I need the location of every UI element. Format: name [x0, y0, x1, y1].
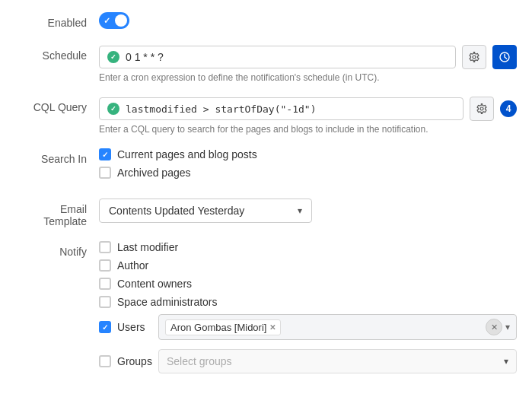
enabled-label: Enabled [15, 12, 99, 29]
notify-author-label: Author [117, 259, 148, 272]
schedule-content: 0 1 * * ? Enter a cron expression to def… [99, 45, 517, 83]
users-tag-input[interactable]: Aron Gombas [Midori] ✕ ✕ ▾ [158, 314, 517, 340]
schedule-input[interactable]: 0 1 * * ? [99, 46, 456, 68]
search-in-label: Search In [15, 148, 99, 165]
notify-groups-checkbox[interactable] [99, 355, 111, 367]
cql-gear-button[interactable] [470, 97, 494, 121]
email-template-selected: Contents Updated Yesterday [109, 205, 244, 217]
cql-value: lastmodified > startOfDay("-1d") [126, 103, 316, 115]
schedule-valid-icon [107, 51, 119, 63]
user-tag: Aron Gombas [Midori] ✕ [165, 319, 281, 335]
email-template-label: Email Template [15, 199, 99, 227]
schedule-value: 0 1 * * ? [126, 51, 164, 63]
cql-valid-icon [107, 103, 119, 115]
user-tag-close-icon[interactable]: ✕ [269, 323, 276, 332]
notify-last-modifier-label: Last modifier [117, 241, 178, 253]
cql-hint: Enter a CQL query to search for the page… [99, 124, 517, 135]
schedule-row: Schedule 0 1 * * ? Enter a cron expressi… [15, 45, 517, 83]
schedule-gear-button[interactable] [462, 45, 486, 69]
notify-groups-row: Groups Select groups ▾ [99, 349, 517, 373]
notify-users-label: Users [117, 321, 152, 333]
email-template-content: Contents Updated Yesterday ▾ [99, 199, 517, 223]
search-archived-label: Archived pages [117, 167, 191, 179]
notify-row: Notify Last modifier Author Content owne… [15, 241, 517, 373]
notify-checkboxes: Last modifier Author Content owners Spac… [99, 241, 517, 373]
notify-space-admins-row: Space administrators [99, 296, 517, 308]
search-current-label: Current pages and blog posts [117, 148, 257, 160]
tag-controls: ✕ ▾ [486, 319, 510, 335]
notify-label: Notify [15, 241, 99, 258]
notify-groups-label: Groups [117, 355, 152, 367]
email-template-row: Email Template Contents Updated Yesterda… [15, 199, 517, 227]
enabled-content: ✓ [99, 12, 517, 31]
toggle-track: ✓ [99, 12, 129, 29]
search-archived-checkbox[interactable] [99, 167, 111, 179]
users-dropdown-icon[interactable]: ▾ [505, 322, 510, 332]
notify-content-owners-label: Content owners [117, 278, 192, 290]
search-current-checkbox[interactable] [99, 148, 111, 160]
notify-author-row: Author [99, 259, 517, 272]
cql-input-row: lastmodified > startOfDay("-1d") 4 [99, 97, 517, 121]
groups-select[interactable]: Select groups ▾ [158, 349, 517, 373]
user-tag-text: Aron Gombas [Midori] [170, 322, 266, 333]
notify-space-admins-label: Space administrators [117, 296, 218, 308]
notify-space-admins-checkbox[interactable] [99, 296, 111, 308]
schedule-clock-button[interactable] [492, 45, 517, 69]
search-in-row: Search In Current pages and blog posts A… [15, 148, 517, 185]
notify-last-modifier-row: Last modifier [99, 241, 517, 253]
clear-users-icon[interactable]: ✕ [486, 319, 502, 335]
groups-placeholder: Select groups [167, 355, 232, 367]
enabled-row: Enabled ✓ [15, 12, 517, 31]
search-in-content: Current pages and blog posts Archived pa… [99, 148, 517, 185]
schedule-input-row: 0 1 * * ? [99, 45, 517, 69]
cql-badge: 4 [500, 100, 517, 117]
gear-icon [469, 52, 479, 62]
notify-last-modifier-checkbox[interactable] [99, 241, 111, 253]
notify-users-checkbox[interactable] [99, 321, 111, 333]
schedule-label: Schedule [15, 45, 99, 62]
notify-content-owners-row: Content owners [99, 278, 517, 290]
notify-author-checkbox[interactable] [99, 259, 111, 272]
email-template-dropdown[interactable]: Contents Updated Yesterday ▾ [99, 199, 312, 223]
enabled-toggle[interactable]: ✓ [99, 12, 129, 29]
clock-icon [499, 52, 510, 62]
notify-content: Last modifier Author Content owners Spac… [99, 241, 517, 373]
schedule-hint: Enter a cron expression to define the no… [99, 72, 517, 83]
toggle-check-icon: ✓ [104, 16, 110, 26]
notify-users-row: Users Aron Gombas [Midori] ✕ ✕ ▾ [99, 314, 517, 340]
cql-row: CQL Query lastmodified > startOfDay("-1d… [15, 97, 517, 135]
search-current-row: Current pages and blog posts [99, 148, 517, 160]
notify-content-owners-checkbox[interactable] [99, 278, 111, 290]
cql-input[interactable]: lastmodified > startOfDay("-1d") [99, 97, 464, 120]
chevron-down-icon: ▾ [298, 205, 302, 216]
search-archived-row: Archived pages [99, 167, 517, 179]
groups-chevron-down-icon: ▾ [504, 356, 508, 367]
gear-icon-2 [476, 103, 487, 114]
cql-label: CQL Query [15, 97, 99, 113]
toggle-knob [115, 14, 127, 27]
cql-content: lastmodified > startOfDay("-1d") 4 Enter… [99, 97, 517, 135]
